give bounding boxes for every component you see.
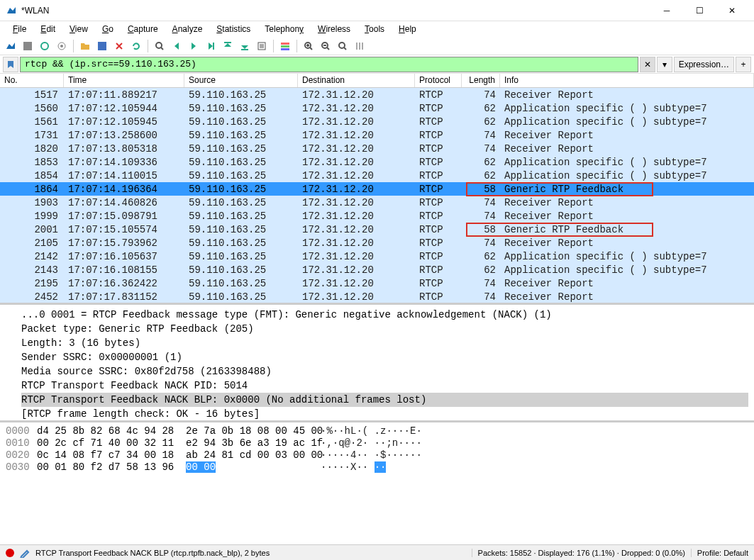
menu-analyze[interactable]: Analyze xyxy=(167,23,209,35)
stop-capture-icon[interactable] xyxy=(20,38,35,54)
go-forward-icon[interactable] xyxy=(186,38,201,54)
packet-bytes-pane[interactable]: 0000d4 25 8b 82 68 4c 94 28 2e 7a 0b 18 … xyxy=(0,422,754,517)
menu-telephony[interactable]: Telephony xyxy=(259,23,309,35)
packet-row[interactable]: 199917:07:15.09879159.110.163.25172.31.1… xyxy=(0,209,754,223)
detail-line[interactable]: Length: 3 (16 bytes) xyxy=(21,336,748,350)
menu-capture[interactable]: Capture xyxy=(122,23,164,35)
minimize-button[interactable]: ─ xyxy=(650,0,683,21)
svg-point-1 xyxy=(41,43,48,50)
hex-line[interactable]: 0000d4 25 8b 82 68 4c 94 28 2e 7a 0b 18 … xyxy=(6,425,748,437)
column-source[interactable]: Source xyxy=(184,74,298,87)
svg-rect-0 xyxy=(23,42,32,50)
go-last-icon[interactable] xyxy=(237,38,253,54)
column-destination[interactable]: Destination xyxy=(298,74,415,87)
hex-line[interactable]: 001000 2c cf 71 40 00 32 11 e2 94 3b 6e … xyxy=(6,437,748,449)
status-profile[interactable]: Profile: Default xyxy=(691,549,748,557)
packet-row[interactable]: 219517:07:16.36242259.110.163.25172.31.1… xyxy=(0,276,754,290)
packet-row[interactable]: 173117:07:13.25860059.110.163.25172.31.1… xyxy=(0,128,754,142)
svg-rect-10 xyxy=(281,43,289,45)
menu-view[interactable]: View xyxy=(64,23,94,35)
packet-row[interactable]: 151717:07:11.88921759.110.163.25172.31.1… xyxy=(0,88,754,101)
packet-list-header[interactable]: No. Time Source Destination Protocol Len… xyxy=(0,74,754,88)
zoom-reset-icon[interactable] xyxy=(335,38,350,54)
svg-rect-8 xyxy=(241,49,248,50)
packet-list-pane: No. Time Source Destination Protocol Len… xyxy=(0,74,754,305)
detail-line[interactable]: Sender SSRC: 0x00000001 (1) xyxy=(21,350,748,364)
packet-row[interactable]: 200117:07:15.10557459.110.163.25172.31.1… xyxy=(0,223,754,236)
apply-filter-icon[interactable]: ▾ xyxy=(657,57,672,72)
packet-row[interactable]: 156017:07:12.10594459.110.163.25172.31.1… xyxy=(0,101,754,115)
svg-rect-11 xyxy=(281,45,289,47)
display-filter-input[interactable] xyxy=(20,57,638,72)
svg-rect-7 xyxy=(224,42,231,43)
packet-row[interactable]: 245217:07:17.83115259.110.163.25172.31.1… xyxy=(0,290,754,303)
restart-capture-icon[interactable] xyxy=(37,38,52,54)
packet-row[interactable]: 182017:07:13.80531859.110.163.25172.31.1… xyxy=(0,142,754,155)
add-filter-button[interactable]: + xyxy=(736,57,751,72)
svg-point-5 xyxy=(156,43,162,48)
svg-rect-12 xyxy=(281,48,289,50)
statusbar: RTCP Transport Feedback NACK BLP (rtcp.r… xyxy=(0,544,754,560)
column-no[interactable]: No. xyxy=(0,74,64,87)
start-capture-icon[interactable] xyxy=(3,38,18,54)
column-info[interactable]: Info xyxy=(500,74,754,87)
window-title: *WLAN xyxy=(21,6,650,16)
save-file-icon[interactable] xyxy=(94,38,110,54)
menu-edit[interactable]: Edit xyxy=(35,23,61,35)
detail-line[interactable]: Media source SSRC: 0x80f2d758 (216339848… xyxy=(21,364,748,379)
packet-row[interactable]: 186417:07:14.19636459.110.163.25172.31.1… xyxy=(0,182,754,196)
menu-help[interactable]: Help xyxy=(393,23,422,35)
hex-line[interactable]: 00200c 14 08 f7 c7 34 00 18 ab 24 81 cd … xyxy=(6,449,748,461)
edit-icon[interactable] xyxy=(20,548,30,558)
capture-options-icon[interactable] xyxy=(54,38,70,54)
status-field: RTCP Transport Feedback NACK BLP (rtcp.r… xyxy=(35,549,466,557)
detail-line[interactable]: RTCP Transport Feedback NACK PID: 5014 xyxy=(21,379,748,393)
close-file-icon[interactable] xyxy=(111,38,127,54)
open-file-icon[interactable] xyxy=(77,38,93,54)
packet-row[interactable]: 156117:07:12.10594559.110.163.25172.31.1… xyxy=(0,115,754,128)
packet-row[interactable]: 214317:07:16.10815559.110.163.25172.31.1… xyxy=(0,263,754,276)
packet-row[interactable]: 214217:07:16.10563759.110.163.25172.31.1… xyxy=(0,250,754,263)
clear-filter-icon[interactable]: ✕ xyxy=(640,57,655,72)
column-length[interactable]: Length xyxy=(462,74,500,87)
packet-row[interactable]: 210517:07:15.79396259.110.163.25172.31.1… xyxy=(0,236,754,250)
detail-line[interactable]: RTCP Transport Feedback NACK BLP: 0x0000… xyxy=(21,393,748,407)
status-packets: Packets: 15852 · Displayed: 176 (1.1%) ·… xyxy=(472,549,685,557)
menu-wireless[interactable]: Wireless xyxy=(312,23,356,35)
packet-row[interactable]: 190317:07:14.46082659.110.163.25172.31.1… xyxy=(0,196,754,209)
expert-info-icon[interactable] xyxy=(6,549,14,557)
packet-details-pane[interactable]: ...0 0001 = RTCP Feedback message type (… xyxy=(0,305,754,422)
close-button[interactable]: ✕ xyxy=(716,0,748,21)
resize-columns-icon[interactable] xyxy=(352,38,367,54)
packet-row[interactable]: 185417:07:14.11001559.110.163.25172.31.1… xyxy=(0,169,754,182)
jump-to-icon[interactable] xyxy=(203,38,218,54)
colorize-icon[interactable] xyxy=(277,38,293,54)
go-first-icon[interactable] xyxy=(220,38,235,54)
detail-line[interactable]: [RTCP frame length check: OK - 16 bytes] xyxy=(21,407,748,421)
menu-tools[interactable]: Tools xyxy=(359,23,390,35)
hex-line[interactable]: 003000 01 80 f2 d7 58 13 96 00 00·····X·… xyxy=(6,461,748,474)
go-back-icon[interactable] xyxy=(169,38,184,54)
autoscroll-icon[interactable] xyxy=(254,38,270,54)
svg-point-3 xyxy=(60,45,63,47)
filter-bookmark-icon[interactable] xyxy=(3,57,18,72)
column-protocol[interactable]: Protocol xyxy=(415,74,462,87)
menubar: File Edit View Go Capture Analyze Statis… xyxy=(0,21,754,37)
reload-icon[interactable] xyxy=(128,38,144,54)
zoom-in-icon[interactable] xyxy=(301,38,316,54)
packet-list-body[interactable]: 151717:07:11.88921759.110.163.25172.31.1… xyxy=(0,88,754,305)
menu-statistics[interactable]: Statistics xyxy=(211,23,256,35)
column-time[interactable]: Time xyxy=(64,74,184,87)
packet-row[interactable]: 185317:07:14.10933659.110.163.25172.31.1… xyxy=(0,155,754,169)
menu-file[interactable]: File xyxy=(7,23,32,35)
wireshark-icon xyxy=(6,5,17,16)
titlebar: *WLAN ─ ☐ ✕ xyxy=(0,0,754,21)
expression-button[interactable]: Expression… xyxy=(674,57,734,72)
find-icon[interactable] xyxy=(152,38,167,54)
maximize-button[interactable]: ☐ xyxy=(683,0,716,21)
filter-toolbar: ✕ ▾ Expression… + xyxy=(0,55,754,74)
zoom-out-icon[interactable] xyxy=(318,38,333,54)
detail-line[interactable]: Packet type: Generic RTP Feedback (205) xyxy=(21,322,748,336)
detail-line[interactable]: ...0 0001 = RTCP Feedback message type (… xyxy=(21,308,748,322)
menu-go[interactable]: Go xyxy=(96,23,119,35)
